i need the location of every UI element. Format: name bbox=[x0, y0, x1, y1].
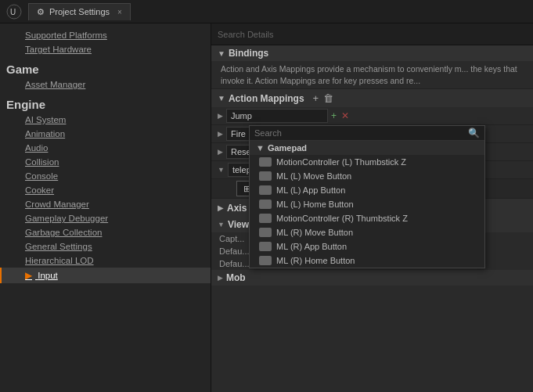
search-bar bbox=[211, 23, 533, 45]
dropdown-item-0[interactable]: MotionController (L) Thumbstick Z bbox=[250, 155, 484, 169]
gamepad-icon-4 bbox=[259, 214, 272, 223]
sidebar-item-input[interactable]: ▶ Input bbox=[0, 268, 211, 283]
ue-logo-icon: U bbox=[6, 4, 22, 20]
sidebar-item-console[interactable]: Console bbox=[0, 169, 211, 183]
dropdown-search-input[interactable] bbox=[254, 128, 468, 138]
project-settings-tab[interactable]: ⚙ Project Settings × bbox=[28, 3, 131, 20]
engine-section-header: Engine bbox=[0, 92, 211, 113]
delete-jump-button[interactable]: ✕ bbox=[340, 110, 351, 121]
content-panel: ▼ Bindings Action and Axis Mappings prov… bbox=[211, 23, 533, 392]
sidebar-item-garbage-collection[interactable]: Garbage Collection bbox=[0, 225, 211, 239]
mapping-arrow-icon: ▶ bbox=[218, 148, 223, 156]
bindings-title: Bindings bbox=[229, 48, 268, 59]
sidebar-item-audio[interactable]: Audio bbox=[0, 141, 211, 155]
mapping-expand-arrow-icon: ▼ bbox=[218, 166, 225, 174]
search-input[interactable] bbox=[218, 30, 527, 39]
sidebar-item-crowd-manager[interactable]: Crowd Manager bbox=[0, 197, 211, 211]
sidebar-item-general-settings[interactable]: General Settings bbox=[0, 239, 211, 254]
dropdown-item-4[interactable]: MotionController (R) Thumbstick Z bbox=[250, 211, 484, 225]
gamepad-icon-5 bbox=[259, 228, 272, 237]
dropdown-search-row: 🔍 bbox=[250, 126, 484, 141]
mob-label: Mob bbox=[226, 272, 246, 283]
active-arrow-icon: ▶ bbox=[25, 271, 32, 280]
action-mappings-arrow-icon: ▼ bbox=[218, 94, 225, 102]
mapping-arrow-icon: ▶ bbox=[218, 112, 223, 120]
add-jump-key-button[interactable]: + bbox=[330, 110, 338, 121]
sidebar-item-cooker[interactable]: Cooker bbox=[0, 183, 211, 197]
view-label: View bbox=[228, 219, 249, 230]
dropdown-item-2[interactable]: ML (L) App Button bbox=[250, 183, 484, 197]
gamepad-icon-3 bbox=[259, 200, 272, 209]
sidebar-item-asset-manager[interactable]: Asset Manager bbox=[0, 77, 211, 92]
tab-title: Project Settings bbox=[49, 7, 110, 16]
mob-arrow-icon: ▶ bbox=[218, 274, 223, 282]
sidebar: Supported Platforms Target Hardware Game… bbox=[0, 23, 211, 392]
game-section-header: Game bbox=[0, 56, 211, 77]
gear-icon: ⚙ bbox=[37, 7, 45, 17]
sidebar-item-hierarchical-lod[interactable]: Hierarchical LOD bbox=[0, 254, 211, 268]
action-mappings-row: ▼ Action Mappings + 🗑 bbox=[211, 89, 533, 107]
sidebar-item-animation[interactable]: Animation bbox=[0, 127, 211, 141]
action-mappings-label: Action Mappings bbox=[229, 93, 304, 104]
gamepad-icon-2 bbox=[259, 185, 272, 195]
dropdown-item-6[interactable]: ML (R) App Button bbox=[250, 239, 484, 254]
main-layout: Supported Platforms Target Hardware Game… bbox=[0, 23, 533, 392]
gamepad-icon-6 bbox=[259, 242, 272, 251]
bindings-arrow-icon: ▼ bbox=[218, 49, 225, 58]
sidebar-item-supported-platforms[interactable]: Supported Platforms bbox=[0, 28, 211, 42]
mob-section-row: ▶ Mob bbox=[211, 270, 533, 286]
view-arrow-icon: ▼ bbox=[218, 221, 225, 228]
gamepad-icon-0 bbox=[259, 157, 272, 167]
add-action-mapping-button[interactable]: + bbox=[311, 92, 322, 105]
svg-text:U: U bbox=[10, 8, 16, 16]
dropdown-search-icon: 🔍 bbox=[468, 128, 480, 138]
title-bar: U ⚙ Project Settings × bbox=[0, 0, 533, 23]
key-search-dropdown: 🔍 ▼ Gamepad MotionController (L) Thumbst… bbox=[249, 125, 485, 268]
axis-label: Axis bbox=[227, 203, 247, 214]
mapping-row-jump: ▶ + ✕ bbox=[211, 107, 533, 125]
sidebar-item-target-hardware[interactable]: Target Hardware bbox=[0, 42, 211, 56]
sidebar-item-gameplay-debugger[interactable]: Gameplay Debugger bbox=[0, 211, 211, 225]
gamepad-category-arrow-icon: ▼ bbox=[256, 143, 265, 153]
axis-arrow-icon: ▶ bbox=[218, 203, 224, 212]
delete-action-mappings-button[interactable]: 🗑 bbox=[321, 92, 336, 105]
mapping-name-input-jump[interactable] bbox=[226, 109, 328, 123]
dropdown-item-3[interactable]: ML (L) Home Button bbox=[250, 197, 484, 211]
sidebar-item-ai-system[interactable]: AI System bbox=[0, 113, 211, 127]
gamepad-icon-7 bbox=[259, 256, 272, 265]
sidebar-item-collision[interactable]: Collision bbox=[0, 155, 211, 169]
mapping-arrow-icon: ▶ bbox=[218, 130, 223, 138]
dropdown-item-5[interactable]: ML (R) Move Button bbox=[250, 225, 484, 239]
gamepad-category: ▼ Gamepad bbox=[250, 141, 484, 155]
bindings-section-header: ▼ Bindings bbox=[211, 45, 533, 61]
dropdown-item-7[interactable]: ML (R) Home Button bbox=[250, 254, 484, 268]
close-tab-button[interactable]: × bbox=[117, 8, 122, 16]
dropdown-item-1[interactable]: ML (L) Move Button bbox=[250, 169, 484, 183]
gamepad-icon-1 bbox=[259, 171, 272, 181]
bindings-description: Action and Axis Mappings provide a mecha… bbox=[211, 61, 533, 89]
